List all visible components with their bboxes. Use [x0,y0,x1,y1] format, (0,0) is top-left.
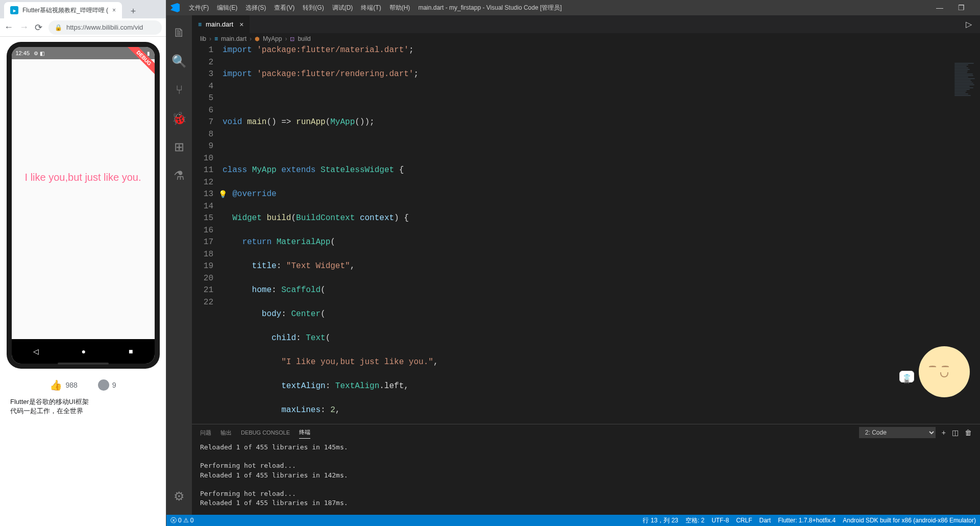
coin-button[interactable]: 9 [98,379,116,391]
menu-编辑(E)[interactable]: 编辑(E) [214,3,240,13]
breadcrumb[interactable]: lib› ≡ main.dart› ⬢ MyApp› ⊡ build [192,33,980,44]
url-bar[interactable]: 🔒 https://www.bilibili.com/vid [48,20,162,35]
terminal-output[interactable]: Reloaded 1 of 455 libraries in 145ms. Pe… [192,441,980,515]
minimize-button[interactable]: — [932,4,947,12]
video-description: Flutter是谷歌的移动UI框架 代码一起工作，在全世界 [5,397,161,416]
menu-帮助(H)[interactable]: 帮助(H) [386,3,413,13]
close-icon[interactable]: × [239,20,243,29]
menu-终端(T)[interactable]: 终端(T) [358,3,384,13]
lightbulb-icon[interactable]: 💡 [218,189,227,201]
panel-tab-debug[interactable]: DEBUG CONSOLE [241,427,290,438]
settings-gear-icon[interactable]: ⚙ [167,484,191,509]
menu-转到(G)[interactable]: 转到(G) [300,3,327,13]
coin-icon [98,379,109,391]
maximize-button[interactable]: ❐ [953,4,969,12]
close-icon[interactable]: × [112,7,116,14]
trash-icon[interactable]: 🗑 [965,428,972,437]
status-lang[interactable]: Dart [759,517,771,524]
menu-调试(D)[interactable]: 调试(D) [329,3,356,13]
explorer-icon[interactable]: 🗎 [167,20,191,45]
code-content[interactable]: import 'package:flutter/material.dart'; … [223,44,980,424]
video-actions: 👍 988 9 [50,379,116,391]
class-icon: ⬢ [255,36,260,42]
dart-file-icon: ≡ [198,21,202,28]
speaker-grille [58,363,109,365]
new-tab-button[interactable]: + [126,4,140,18]
home-icon[interactable]: ● [82,347,86,355]
activity-bar: 🗎 🔍 ⑂ 🐞 ⊞ ⚗ ⚙ [166,15,192,515]
run-button[interactable]: ▷ [958,15,980,33]
test-icon[interactable]: ⚗ [167,163,191,188]
like-count: 988 [65,381,77,389]
line-numbers: 12345678910111213141516171819202122 [192,44,223,424]
method-icon: ⊡ [290,36,295,42]
browser-tab-strip: ▸ Flutter基础视频教程_哔哩哔哩 ( × + [0,0,166,18]
status-encoding[interactable]: UTF-8 [712,517,729,524]
coin-count: 9 [112,381,116,389]
tab-title: Flutter基础视频教程_哔哩哔哩 ( [22,6,108,15]
workbench: 🗎 🔍 ⑂ 🐞 ⊞ ⚗ ⚙ ≡ main.dart × ▷ lib› ≡ mai… [166,15,980,515]
terminal-selector[interactable]: 2: Code [859,427,936,438]
source-control-icon[interactable]: ⑂ [167,78,191,102]
extensions-icon[interactable]: ⊞ [167,135,191,159]
menu-bar: 文件(F)编辑(E)选择(S)查看(V)转到(G)调试(D)终端(T)帮助(H) [186,3,413,13]
titlebar: 文件(F)编辑(E)选择(S)查看(V)转到(G)调试(D)终端(T)帮助(H)… [166,0,980,15]
emulator-frame: DEBUG 12:45 ⚙ ◧ ▲ ▮ I like you,but just … [7,42,160,369]
vscode-logo-icon [170,3,180,12]
app-body: I like you,but just like you. [12,59,155,339]
back-button[interactable]: ← [4,22,13,33]
thumb-up-icon: 👍 [50,379,62,391]
terminal-panel: 问题 输出 DEBUG CONSOLE 终端 2: Code + ◫ 🗑 Rel… [192,424,980,515]
menu-文件(F)[interactable]: 文件(F) [186,3,212,13]
debug-icon[interactable]: 🐞 [167,106,191,131]
new-terminal-icon[interactable]: + [942,428,946,437]
status-errors[interactable]: ⓧ 0 ⚠ 0 [170,516,193,525]
panel-tab-output[interactable]: 输出 [220,427,232,439]
url-text: https://www.bilibili.com/vid [66,23,143,31]
status-flutter[interactable]: Flutter: 1.7.8+hotfix.4 [778,517,836,524]
panel-tab-terminal[interactable]: 终端 [299,426,310,439]
tab-filename: main.dart [206,20,233,28]
editor-tab-main-dart[interactable]: ≡ main.dart × [192,15,250,33]
status-eol[interactable]: CRLF [736,517,752,524]
browser-toolbar: ← → ⟳ 🔒 https://www.bilibili.com/vid [0,18,166,37]
text-widget: I like you,but just like you. [25,172,141,183]
forward-button[interactable]: → [19,22,29,33]
lock-icon: 🔒 [55,24,62,31]
emulator-screen: DEBUG 12:45 ⚙ ◧ ▲ ▮ I like you,but just … [12,47,155,364]
android-nav-bar: ◁ ● ■ [12,339,155,364]
dart-file-icon: ≡ [214,35,218,42]
menu-查看(V)[interactable]: 查看(V) [271,3,298,13]
window-controls: — ❐ [932,4,976,12]
status-time: 12:45 [16,50,30,56]
split-terminal-icon[interactable]: ◫ [952,428,959,437]
vscode-window: 文件(F)编辑(E)选择(S)查看(V)转到(G)调试(D)终端(T)帮助(H)… [166,0,980,526]
menu-选择(S)[interactable]: 选择(S) [242,3,269,13]
browser-content: DEBUG 12:45 ⚙ ◧ ▲ ▮ I like you,but just … [0,37,166,526]
window-title: main.dart - my_firstapp - Visual Studio … [418,4,561,12]
status-spaces[interactable]: 空格: 2 [685,516,704,525]
status-bar: ⓧ 0 ⚠ 0 行 13，列 23 空格: 2 UTF-8 CRLF Dart … [166,515,980,526]
status-cursor[interactable]: 行 13，列 23 [643,516,678,525]
code-editor[interactable]: 12345678910111213141516171819202122 💡 im… [192,44,980,424]
panel-tab-problems[interactable]: 问题 [200,427,211,439]
status-icons-left: ⚙ ◧ [34,51,44,56]
browser-tab[interactable]: ▸ Flutter基础视频教程_哔哩哔哩 ( × [4,2,122,18]
panel-tabs: 问题 输出 DEBUG CONSOLE 终端 2: Code + ◫ 🗑 [192,424,980,441]
back-icon[interactable]: ◁ [33,347,39,355]
browser-panel: ▸ Flutter基础视频教程_哔哩哔哩 ( × + ← → ⟳ 🔒 https… [0,0,166,526]
recent-icon[interactable]: ■ [129,347,133,355]
editor-tab-bar: ≡ main.dart × ▷ [192,15,980,33]
like-button[interactable]: 👍 988 [50,379,77,391]
status-device[interactable]: Android SDK built for x86 (android-x86 E… [843,517,976,524]
bilibili-favicon: ▸ [10,6,18,14]
minimap[interactable] [954,62,975,424]
search-icon[interactable]: 🔍 [167,49,191,74]
editor-area: ≡ main.dart × ▷ lib› ≡ main.dart› ⬢ MyAp… [192,15,980,515]
reload-button[interactable]: ⟳ [35,22,42,33]
